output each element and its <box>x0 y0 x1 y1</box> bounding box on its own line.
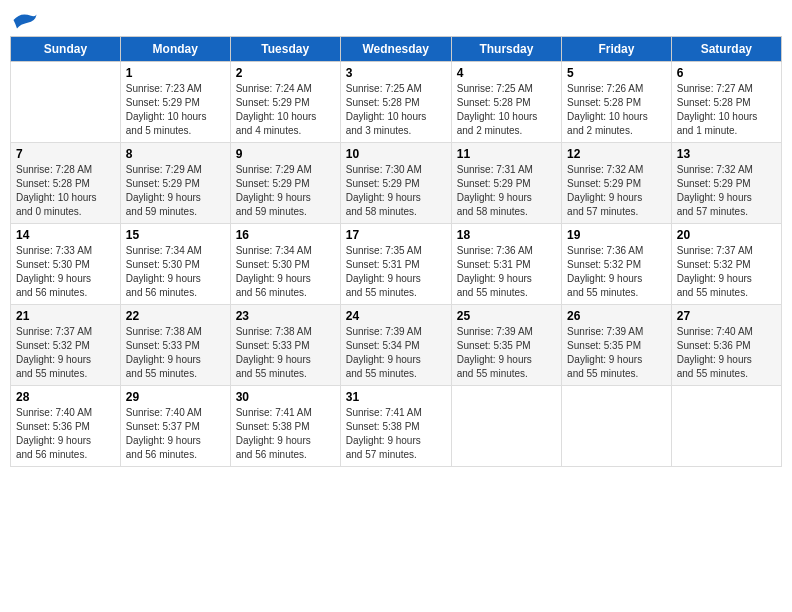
day-cell: 11Sunrise: 7:31 AM Sunset: 5:29 PM Dayli… <box>451 143 561 224</box>
day-number: 18 <box>457 228 556 242</box>
day-cell: 1Sunrise: 7:23 AM Sunset: 5:29 PM Daylig… <box>120 62 230 143</box>
day-cell: 19Sunrise: 7:36 AM Sunset: 5:32 PM Dayli… <box>562 224 672 305</box>
day-cell: 9Sunrise: 7:29 AM Sunset: 5:29 PM Daylig… <box>230 143 340 224</box>
day-number: 1 <box>126 66 225 80</box>
day-number: 3 <box>346 66 446 80</box>
day-number: 15 <box>126 228 225 242</box>
day-info: Sunrise: 7:34 AM Sunset: 5:30 PM Dayligh… <box>236 244 335 300</box>
day-info: Sunrise: 7:39 AM Sunset: 5:35 PM Dayligh… <box>567 325 666 381</box>
day-info: Sunrise: 7:40 AM Sunset: 5:37 PM Dayligh… <box>126 406 225 462</box>
day-number: 22 <box>126 309 225 323</box>
day-number: 10 <box>346 147 446 161</box>
day-cell: 23Sunrise: 7:38 AM Sunset: 5:33 PM Dayli… <box>230 305 340 386</box>
logo <box>10 10 40 30</box>
day-cell: 21Sunrise: 7:37 AM Sunset: 5:32 PM Dayli… <box>11 305 121 386</box>
day-number: 23 <box>236 309 335 323</box>
day-number: 25 <box>457 309 556 323</box>
col-header-thursday: Thursday <box>451 37 561 62</box>
day-number: 8 <box>126 147 225 161</box>
col-header-sunday: Sunday <box>11 37 121 62</box>
day-number: 20 <box>677 228 776 242</box>
day-cell: 8Sunrise: 7:29 AM Sunset: 5:29 PM Daylig… <box>120 143 230 224</box>
day-cell: 16Sunrise: 7:34 AM Sunset: 5:30 PM Dayli… <box>230 224 340 305</box>
day-cell: 12Sunrise: 7:32 AM Sunset: 5:29 PM Dayli… <box>562 143 672 224</box>
day-info: Sunrise: 7:35 AM Sunset: 5:31 PM Dayligh… <box>346 244 446 300</box>
day-info: Sunrise: 7:38 AM Sunset: 5:33 PM Dayligh… <box>236 325 335 381</box>
day-info: Sunrise: 7:41 AM Sunset: 5:38 PM Dayligh… <box>236 406 335 462</box>
day-number: 9 <box>236 147 335 161</box>
day-number: 29 <box>126 390 225 404</box>
day-info: Sunrise: 7:26 AM Sunset: 5:28 PM Dayligh… <box>567 82 666 138</box>
day-number: 31 <box>346 390 446 404</box>
day-info: Sunrise: 7:31 AM Sunset: 5:29 PM Dayligh… <box>457 163 556 219</box>
week-row-1: 1Sunrise: 7:23 AM Sunset: 5:29 PM Daylig… <box>11 62 782 143</box>
day-info: Sunrise: 7:28 AM Sunset: 5:28 PM Dayligh… <box>16 163 115 219</box>
day-info: Sunrise: 7:36 AM Sunset: 5:31 PM Dayligh… <box>457 244 556 300</box>
day-number: 17 <box>346 228 446 242</box>
day-info: Sunrise: 7:39 AM Sunset: 5:35 PM Dayligh… <box>457 325 556 381</box>
day-cell: 6Sunrise: 7:27 AM Sunset: 5:28 PM Daylig… <box>671 62 781 143</box>
calendar-table: SundayMondayTuesdayWednesdayThursdayFrid… <box>10 36 782 467</box>
col-header-wednesday: Wednesday <box>340 37 451 62</box>
day-info: Sunrise: 7:33 AM Sunset: 5:30 PM Dayligh… <box>16 244 115 300</box>
col-header-monday: Monday <box>120 37 230 62</box>
day-cell <box>11 62 121 143</box>
day-cell: 31Sunrise: 7:41 AM Sunset: 5:38 PM Dayli… <box>340 386 451 467</box>
day-info: Sunrise: 7:34 AM Sunset: 5:30 PM Dayligh… <box>126 244 225 300</box>
day-cell: 5Sunrise: 7:26 AM Sunset: 5:28 PM Daylig… <box>562 62 672 143</box>
day-cell: 7Sunrise: 7:28 AM Sunset: 5:28 PM Daylig… <box>11 143 121 224</box>
day-cell: 14Sunrise: 7:33 AM Sunset: 5:30 PM Dayli… <box>11 224 121 305</box>
day-cell: 25Sunrise: 7:39 AM Sunset: 5:35 PM Dayli… <box>451 305 561 386</box>
day-cell: 27Sunrise: 7:40 AM Sunset: 5:36 PM Dayli… <box>671 305 781 386</box>
day-number: 7 <box>16 147 115 161</box>
week-row-3: 14Sunrise: 7:33 AM Sunset: 5:30 PM Dayli… <box>11 224 782 305</box>
day-number: 26 <box>567 309 666 323</box>
day-number: 6 <box>677 66 776 80</box>
day-cell <box>671 386 781 467</box>
day-info: Sunrise: 7:24 AM Sunset: 5:29 PM Dayligh… <box>236 82 335 138</box>
day-info: Sunrise: 7:25 AM Sunset: 5:28 PM Dayligh… <box>457 82 556 138</box>
day-info: Sunrise: 7:29 AM Sunset: 5:29 PM Dayligh… <box>236 163 335 219</box>
week-row-2: 7Sunrise: 7:28 AM Sunset: 5:28 PM Daylig… <box>11 143 782 224</box>
day-info: Sunrise: 7:32 AM Sunset: 5:29 PM Dayligh… <box>567 163 666 219</box>
day-number: 16 <box>236 228 335 242</box>
day-cell: 26Sunrise: 7:39 AM Sunset: 5:35 PM Dayli… <box>562 305 672 386</box>
page-header <box>10 10 782 30</box>
day-number: 11 <box>457 147 556 161</box>
week-row-5: 28Sunrise: 7:40 AM Sunset: 5:36 PM Dayli… <box>11 386 782 467</box>
day-cell: 20Sunrise: 7:37 AM Sunset: 5:32 PM Dayli… <box>671 224 781 305</box>
day-cell: 2Sunrise: 7:24 AM Sunset: 5:29 PM Daylig… <box>230 62 340 143</box>
day-info: Sunrise: 7:25 AM Sunset: 5:28 PM Dayligh… <box>346 82 446 138</box>
day-number: 4 <box>457 66 556 80</box>
week-row-4: 21Sunrise: 7:37 AM Sunset: 5:32 PM Dayli… <box>11 305 782 386</box>
day-info: Sunrise: 7:39 AM Sunset: 5:34 PM Dayligh… <box>346 325 446 381</box>
day-info: Sunrise: 7:36 AM Sunset: 5:32 PM Dayligh… <box>567 244 666 300</box>
day-cell: 17Sunrise: 7:35 AM Sunset: 5:31 PM Dayli… <box>340 224 451 305</box>
day-cell: 3Sunrise: 7:25 AM Sunset: 5:28 PM Daylig… <box>340 62 451 143</box>
col-header-friday: Friday <box>562 37 672 62</box>
day-cell: 30Sunrise: 7:41 AM Sunset: 5:38 PM Dayli… <box>230 386 340 467</box>
day-info: Sunrise: 7:40 AM Sunset: 5:36 PM Dayligh… <box>677 325 776 381</box>
day-number: 2 <box>236 66 335 80</box>
col-header-saturday: Saturday <box>671 37 781 62</box>
day-info: Sunrise: 7:23 AM Sunset: 5:29 PM Dayligh… <box>126 82 225 138</box>
day-cell: 28Sunrise: 7:40 AM Sunset: 5:36 PM Dayli… <box>11 386 121 467</box>
day-cell <box>451 386 561 467</box>
day-cell <box>562 386 672 467</box>
day-cell: 22Sunrise: 7:38 AM Sunset: 5:33 PM Dayli… <box>120 305 230 386</box>
day-number: 5 <box>567 66 666 80</box>
day-info: Sunrise: 7:29 AM Sunset: 5:29 PM Dayligh… <box>126 163 225 219</box>
day-info: Sunrise: 7:30 AM Sunset: 5:29 PM Dayligh… <box>346 163 446 219</box>
day-info: Sunrise: 7:32 AM Sunset: 5:29 PM Dayligh… <box>677 163 776 219</box>
day-number: 12 <box>567 147 666 161</box>
day-number: 30 <box>236 390 335 404</box>
col-header-tuesday: Tuesday <box>230 37 340 62</box>
day-cell: 29Sunrise: 7:40 AM Sunset: 5:37 PM Dayli… <box>120 386 230 467</box>
day-info: Sunrise: 7:38 AM Sunset: 5:33 PM Dayligh… <box>126 325 225 381</box>
day-cell: 13Sunrise: 7:32 AM Sunset: 5:29 PM Dayli… <box>671 143 781 224</box>
day-cell: 15Sunrise: 7:34 AM Sunset: 5:30 PM Dayli… <box>120 224 230 305</box>
day-cell: 4Sunrise: 7:25 AM Sunset: 5:28 PM Daylig… <box>451 62 561 143</box>
day-info: Sunrise: 7:37 AM Sunset: 5:32 PM Dayligh… <box>677 244 776 300</box>
day-cell: 18Sunrise: 7:36 AM Sunset: 5:31 PM Dayli… <box>451 224 561 305</box>
day-number: 21 <box>16 309 115 323</box>
